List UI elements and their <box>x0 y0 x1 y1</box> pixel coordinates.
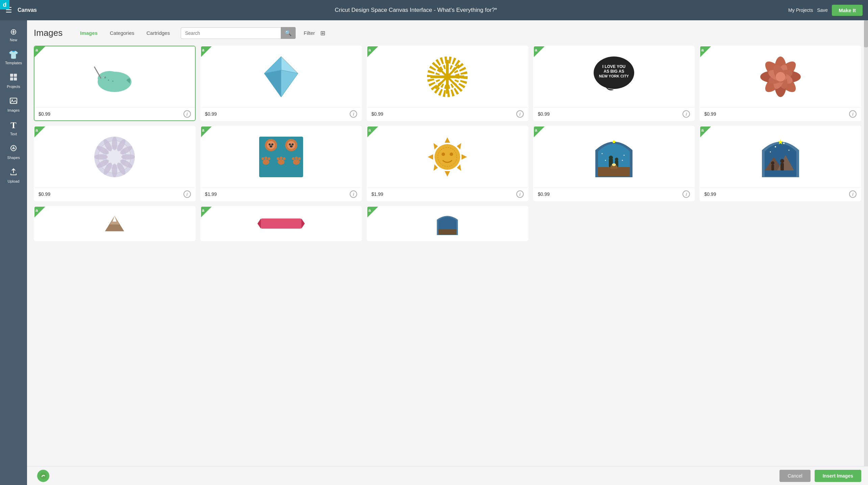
sidebar-item-templates[interactable]: 👕 Templates <box>0 47 27 68</box>
info-button[interactable]: i <box>183 110 191 118</box>
image-thumbnail <box>534 126 694 187</box>
image-thumbnail <box>201 207 362 240</box>
svg-point-86 <box>295 157 298 159</box>
new-icon: ⊕ <box>10 27 17 37</box>
price: $0.99 <box>538 191 550 197</box>
sidebar-item-label-templates: Templates <box>5 61 22 65</box>
svg-marker-91 <box>457 164 461 171</box>
cricut-logo <box>37 470 49 482</box>
svg-point-87 <box>298 157 301 160</box>
upload-icon <box>9 168 18 178</box>
filter-button[interactable]: Filter <box>304 30 315 36</box>
card-footer: $0.99 i <box>201 107 362 120</box>
tab-images[interactable]: Images <box>75 28 103 38</box>
search-input[interactable] <box>181 27 281 39</box>
sidebar-item-label-upload: Upload <box>8 179 20 183</box>
info-button[interactable]: i <box>849 190 857 198</box>
sidebar-item-images[interactable]: Images <box>0 93 27 116</box>
svg-point-85 <box>292 157 295 160</box>
price: $0.99 <box>704 191 716 197</box>
svg-marker-94 <box>428 154 433 160</box>
sidebar-item-label-new: New <box>10 38 17 42</box>
d-logo: d <box>0 0 9 9</box>
image-card[interactable]: a $0.99 i <box>34 46 196 121</box>
image-thumbnail <box>34 126 195 187</box>
image-card[interactable]: a <box>367 126 528 201</box>
tab-categories[interactable]: Categories <box>104 28 140 38</box>
image-thumbnail <box>700 46 861 107</box>
svg-rect-126 <box>261 218 301 229</box>
image-card[interactable]: a <box>533 126 695 201</box>
my-projects-link[interactable]: My Projects <box>788 7 813 13</box>
svg-marker-93 <box>433 164 438 171</box>
tab-cartridges[interactable]: Cartridges <box>141 28 175 38</box>
svg-point-81 <box>277 157 279 160</box>
image-card[interactable]: a I LOVE YOU AS BIG AS NEW YORK CITY $0.… <box>533 46 695 121</box>
card-footer: $0.99 i <box>534 107 694 120</box>
price: $0.99 <box>39 111 50 117</box>
card-footer: $0.99 i <box>700 187 861 201</box>
sidebar-item-projects[interactable]: Projects <box>0 70 27 92</box>
svg-marker-88 <box>445 137 450 143</box>
card-footer: $0.99 i <box>34 187 195 201</box>
image-card[interactable]: a <box>34 206 196 241</box>
image-card[interactable]: a <box>200 126 362 201</box>
svg-rect-1 <box>14 74 17 77</box>
image-card[interactable]: a $0.99 i <box>367 46 528 121</box>
svg-point-76 <box>263 159 269 165</box>
card-footer: $0.99 i <box>534 187 694 201</box>
price: $1.99 <box>205 191 217 197</box>
images-title: Images <box>34 28 63 38</box>
image-card[interactable]: a $0.99 i <box>200 46 362 121</box>
cancel-button[interactable]: Cancel <box>779 470 811 482</box>
image-card[interactable]: a <box>200 206 362 241</box>
image-thumbnail <box>367 207 528 240</box>
svg-rect-129 <box>439 229 456 235</box>
scrollbar-thumb[interactable] <box>864 20 868 47</box>
svg-point-75 <box>290 145 293 147</box>
make-it-button[interactable]: Make It <box>832 5 863 16</box>
svg-marker-7 <box>12 146 15 149</box>
svg-point-9 <box>98 71 121 86</box>
image-card[interactable]: a <box>699 46 861 121</box>
insert-images-button[interactable]: Insert Images <box>815 470 861 482</box>
svg-point-84 <box>293 159 300 165</box>
info-button[interactable]: i <box>350 190 357 198</box>
sidebar-item-text[interactable]: T Text <box>0 117 27 139</box>
info-button[interactable]: i <box>516 190 524 198</box>
svg-point-112 <box>775 146 776 147</box>
sidebar-item-new[interactable]: ⊕ New <box>0 24 27 45</box>
svg-point-74 <box>270 145 272 147</box>
sidebar-item-label-images: Images <box>7 108 20 112</box>
info-button[interactable]: i <box>183 190 191 198</box>
svg-point-102 <box>624 155 625 156</box>
scrollbar-track[interactable] <box>864 20 868 466</box>
templates-icon: 👕 <box>8 50 19 60</box>
bottom-bar: Cancel Insert Images <box>27 466 868 485</box>
sidebar-item-label-projects: Projects <box>7 85 20 89</box>
tab-navigation: Images Categories Cartridges <box>75 28 175 38</box>
info-button[interactable]: i <box>849 110 857 118</box>
info-button[interactable]: i <box>516 110 524 118</box>
image-card[interactable]: a <box>34 126 196 201</box>
image-card[interactable]: a <box>699 126 861 201</box>
svg-point-111 <box>612 163 616 166</box>
grid-view-button[interactable]: ⊞ <box>320 29 325 37</box>
info-button[interactable]: i <box>683 190 690 198</box>
svg-text:AS BIG AS: AS BIG AS <box>604 69 624 74</box>
info-button[interactable]: i <box>350 110 357 118</box>
image-thumbnail <box>34 46 195 107</box>
svg-point-62 <box>94 154 108 160</box>
search-button[interactable]: 🔍 <box>281 27 296 39</box>
svg-point-11 <box>108 79 109 81</box>
sidebar-item-upload[interactable]: Upload <box>0 164 27 187</box>
sidebar-item-shapes[interactable]: Shapes <box>0 141 27 163</box>
svg-point-114 <box>788 150 789 151</box>
svg-point-130 <box>40 472 47 479</box>
image-thumbnail <box>34 207 195 240</box>
image-card[interactable]: a <box>367 206 528 241</box>
svg-point-107 <box>609 156 613 160</box>
info-button[interactable]: i <box>683 110 690 118</box>
save-button[interactable]: Save <box>817 7 828 13</box>
card-footer: $1.99 i <box>367 187 528 201</box>
